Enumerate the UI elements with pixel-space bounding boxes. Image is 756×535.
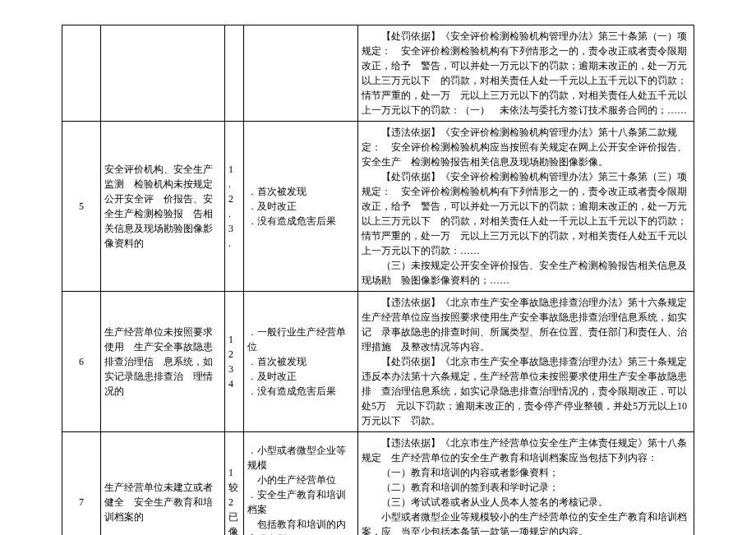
violation-description: 生产经营单位未按照要求使用 生产安全事故隐患排查治理信 息系统，如实记录隐患排查…	[101, 292, 225, 432]
legal-basis-paragraph: 【违法依据】《安全评价检测检验机构管理办法》第十八条第二款规定： 安全评价检测检…	[362, 125, 690, 169]
table-row: 7生产经营单位未建立或者健全 安全生产教育和培训档案的1 较 2 已 像．小型或…	[62, 432, 694, 536]
row-number: 7	[62, 432, 101, 536]
table-row: 6生产经营单位未按照要求使用 生产安全事故隐患排查治理信 息系统，如实记录隐患排…	[62, 292, 694, 432]
legal-basis-paragraph: （三）未按规定公开安全评价报告、安全生产检测检验报告相关信息及现场勘 验图像影像…	[362, 258, 690, 288]
legal-basis: 【违法依据】《北京市生产安全事故隐患排查治理办法》第十六条规定 生产经营单位应当…	[358, 292, 694, 432]
row-number: 6	[62, 292, 101, 432]
violation-description	[101, 25, 225, 122]
table-row: 5安全评价机构、安全生产监测 检验机构未按规定公开安全评 价报告、安全生产检测检…	[62, 122, 694, 292]
violation-description: 安全评价机构、安全生产监测 检验机构未按规定公开安全评 价报告、安全生产检测检验…	[101, 122, 225, 292]
legal-basis-paragraph: （二）教育和培训的签到表和学时记录；	[362, 480, 690, 495]
criteria-numbers: 1 2 3 4	[225, 292, 244, 432]
regulation-table: 【处罚依据】《安全评价检测检验机构管理办法》第三十条第（一）项规定： 安全评价检…	[62, 25, 694, 535]
criteria-numbers	[225, 25, 244, 122]
legal-basis-paragraph: 【违法依据】《北京市生产经营单位安全生产主体责任规定》第十八条规定 生产经营单位…	[362, 436, 690, 465]
legal-basis-paragraph: 【处罚依据】《安全评价检测检验机构管理办法》第三十条第（一）项规定： 安全评价检…	[362, 29, 690, 118]
legal-basis-paragraph: 小型或者微型企业等规模较小的生产经营单位的安全生产教育和培训档案，应 当至少包括…	[362, 510, 690, 535]
violation-description: 生产经营单位未建立或者健全 安全生产教育和培训档案的	[101, 432, 225, 536]
criteria-text: ．首次被发现 ．及时改正 ．没有造成危害后果	[244, 122, 358, 292]
legal-basis-paragraph: 【违法依据】《北京市生产安全事故隐患排查治理办法》第十六条规定 生产经营单位应当…	[362, 295, 690, 354]
legal-basis-paragraph: （一）教育和培训的内容或者影像资料；	[362, 465, 690, 480]
criteria-text: ．一般行业生产经营单位 ．首次被发现 ．及时改正 ．没有造成危害后果	[244, 292, 358, 432]
legal-basis: 【违法依据】《安全评价检测检验机构管理办法》第十八条第二款规定： 安全评价检测检…	[358, 122, 694, 292]
criteria-numbers: 1 较 2 已 像	[225, 432, 244, 536]
legal-basis: 【违法依据】《北京市生产经营单位安全生产主体责任规定》第十八条规定 生产经营单位…	[358, 432, 694, 536]
criteria-numbers: 1 . 2 . 3 .	[225, 122, 244, 292]
table-row: 【处罚依据】《安全评价检测检验机构管理办法》第三十条第（一）项规定： 安全评价检…	[62, 25, 694, 122]
row-number	[62, 25, 101, 122]
criteria-text: ．小型或者微型企业等规模 小的生产经营单位 ．安全生产教育和培训档案 包括教育和…	[244, 432, 358, 536]
legal-basis-paragraph: （三）考试试卷或者从业人员本人签名的考核记录。	[362, 495, 690, 510]
legal-basis-paragraph: 【处罚依据】《安全评价检测检验机构管理办法》第三十条第（三）项规定： 安全评价检…	[362, 169, 690, 258]
legal-basis-paragraph: 【处罚依据】《北京市生产安全事故隐患排查治理办法》第三十条规定 违反本办法第十六…	[362, 354, 690, 428]
legal-basis: 【处罚依据】《安全评价检测检验机构管理办法》第三十条第（一）项规定： 安全评价检…	[358, 25, 694, 122]
criteria-text	[244, 25, 358, 122]
row-number: 5	[62, 122, 101, 292]
